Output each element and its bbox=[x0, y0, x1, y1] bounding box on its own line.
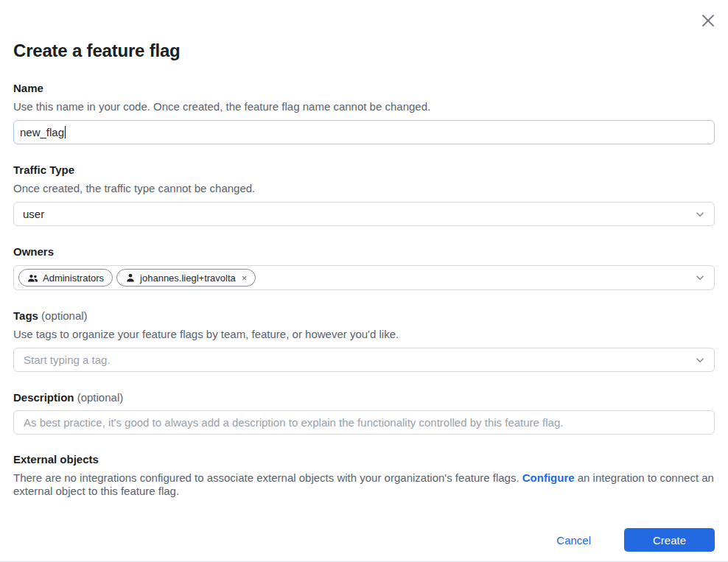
text-cursor bbox=[65, 126, 66, 138]
owner-chip-label: Administrators bbox=[43, 273, 104, 284]
cancel-button[interactable]: Cancel bbox=[555, 531, 592, 549]
tags-label: Tags (optional) bbox=[13, 309, 715, 323]
description-field-group: Description (optional) bbox=[13, 390, 715, 435]
remove-owner-icon[interactable]: × bbox=[242, 273, 248, 283]
chevron-down-icon bbox=[695, 209, 705, 219]
owners-label: Owners bbox=[13, 245, 715, 259]
name-field-group: Name Use this name in your code. Once cr… bbox=[13, 81, 715, 144]
traffic-type-select[interactable]: user bbox=[13, 202, 715, 226]
external-objects-text: There are no integrations configured to … bbox=[13, 471, 715, 498]
name-help-text: Use this name in your code. Once created… bbox=[13, 99, 715, 113]
close-button[interactable] bbox=[699, 11, 718, 30]
create-button[interactable]: Create bbox=[624, 528, 715, 552]
owner-chip-administrators[interactable]: Administrators bbox=[18, 269, 113, 287]
external-objects-section: External objects There are no integratio… bbox=[13, 452, 715, 498]
dialog-title: Create a feature flag bbox=[13, 40, 715, 61]
external-objects-label: External objects bbox=[13, 452, 715, 466]
user-icon bbox=[125, 273, 136, 283]
owners-field-group: Owners Administrators bbox=[13, 245, 715, 290]
owner-chip-label: johannes.liegl+travolta bbox=[140, 273, 236, 284]
name-label: Name bbox=[13, 81, 715, 95]
tags-input[interactable] bbox=[13, 348, 715, 372]
create-feature-flag-dialog: Create a feature flag Name Use this name… bbox=[0, 0, 728, 562]
description-optional-label: (optional) bbox=[77, 391, 124, 404]
group-icon bbox=[27, 273, 38, 284]
traffic-type-field-group: Traffic Type Once created, the traffic t… bbox=[13, 163, 715, 226]
tags-help-text: Use tags to organize your feature flags … bbox=[13, 327, 715, 341]
name-input[interactable]: new_flag bbox=[13, 120, 715, 144]
tags-field-group: Tags (optional) Use tags to organize you… bbox=[13, 309, 715, 372]
chevron-down-icon bbox=[695, 273, 705, 283]
traffic-type-help-text: Once created, the traffic type cannot be… bbox=[13, 181, 715, 195]
owners-select[interactable]: Administrators johannes.liegl+travolta × bbox=[13, 265, 715, 290]
dialog-footer: Cancel Create bbox=[13, 528, 715, 552]
close-icon bbox=[700, 13, 716, 29]
owner-chip-user[interactable]: johannes.liegl+travolta × bbox=[116, 269, 256, 287]
configure-link[interactable]: Configure bbox=[522, 471, 575, 484]
description-input[interactable] bbox=[13, 410, 715, 435]
traffic-type-selected-value: user bbox=[23, 208, 44, 220]
tags-optional-label: (optional) bbox=[41, 309, 88, 322]
name-input-value: new_flag bbox=[20, 126, 64, 138]
description-label: Description (optional) bbox=[13, 390, 715, 404]
traffic-type-label: Traffic Type bbox=[13, 163, 715, 177]
